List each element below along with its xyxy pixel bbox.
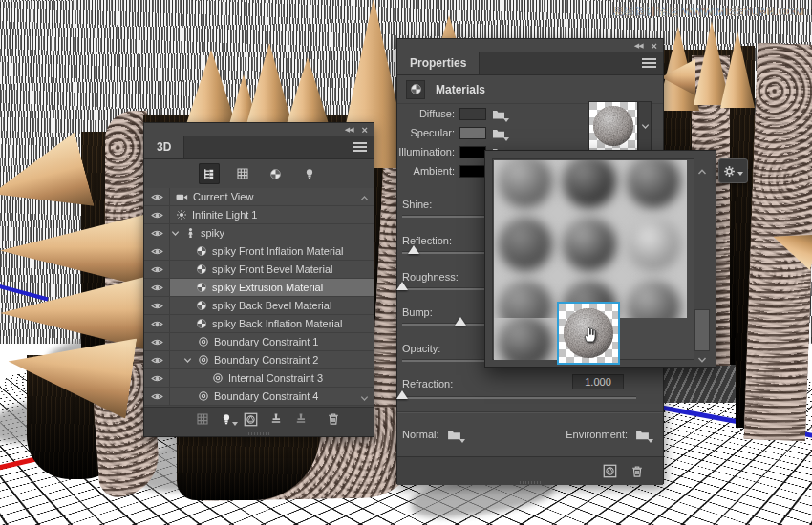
bump-label: Bump: bbox=[402, 306, 433, 318]
roughness-label: Roughness: bbox=[402, 271, 459, 283]
filter-meshes-button[interactable] bbox=[232, 163, 253, 184]
selected-material-thumbnail[interactable] bbox=[557, 302, 620, 365]
list-item-spiky-mesh[interactable]: spiky bbox=[144, 224, 374, 242]
material-thumbnail[interactable] bbox=[627, 281, 680, 318]
material-thumbnail[interactable] bbox=[499, 160, 552, 208]
material-thumbnail[interactable] bbox=[627, 218, 680, 271]
ambient-color-swatch[interactable] bbox=[459, 165, 486, 178]
specular-texture-folder-button[interactable] bbox=[492, 126, 505, 138]
delete-button[interactable] bbox=[630, 465, 644, 478]
list-item-constraint[interactable]: Boundary Constraint 2 bbox=[144, 351, 374, 369]
list-item-constraint[interactable]: Boundary Constraint 1 bbox=[144, 333, 374, 351]
diffuse-texture-folder-button[interactable] bbox=[492, 107, 505, 119]
visibility-eye-icon[interactable] bbox=[144, 206, 170, 223]
tab-properties[interactable]: Properties bbox=[397, 52, 480, 74]
visibility-eye-icon[interactable] bbox=[144, 279, 170, 296]
list-item-material[interactable]: spiky Front Inflation Material bbox=[144, 242, 374, 261]
material-preview-thumbnail[interactable] bbox=[588, 101, 638, 151]
visibility-eye-icon[interactable] bbox=[144, 315, 170, 332]
material-thumbnail[interactable] bbox=[499, 281, 552, 318]
list-item-constraint[interactable]: Internal Constraint 3 bbox=[144, 369, 374, 388]
scroll-up-icon[interactable] bbox=[359, 191, 370, 203]
visibility-eye-icon[interactable] bbox=[144, 224, 170, 242]
panel-resize-grip[interactable] bbox=[144, 430, 374, 436]
popup-scrollbar[interactable] bbox=[694, 158, 712, 360]
panel-menu-icon[interactable] bbox=[642, 56, 656, 70]
material-thumbnail[interactable] bbox=[499, 218, 552, 271]
close-panel-icon[interactable]: × bbox=[652, 41, 657, 51]
filter-scene-tree-button[interactable] bbox=[199, 163, 220, 184]
material-thumbnail[interactable] bbox=[563, 160, 616, 208]
scrollbar-thumb[interactable] bbox=[694, 309, 710, 351]
3d-filter-toolbar bbox=[144, 159, 374, 188]
add-environment-button[interactable] bbox=[244, 412, 258, 427]
slider-handle[interactable] bbox=[408, 245, 419, 254]
expand-chevron-icon[interactable] bbox=[182, 355, 193, 366]
list-item-constraint[interactable]: Boundary Constraint 4 bbox=[144, 388, 374, 406]
specular-color-swatch[interactable] bbox=[459, 127, 486, 139]
list-item-material[interactable]: spiky Back Inflation Material bbox=[144, 315, 374, 333]
refraction-slider[interactable] bbox=[402, 396, 636, 399]
tab-3d[interactable]: 3D bbox=[144, 136, 184, 158]
constraint-stamp-button[interactable] bbox=[269, 412, 283, 426]
environment-map-folder-button[interactable] bbox=[635, 428, 650, 441]
visibility-eye-icon[interactable] bbox=[144, 351, 170, 368]
material-picker-dropdown-button[interactable] bbox=[638, 101, 652, 151]
material-preview-sphere bbox=[592, 105, 634, 147]
properties-tabbar: Properties bbox=[397, 52, 663, 75]
list-item-material-selected[interactable]: spiky Extrusion Material bbox=[144, 279, 374, 297]
shine-label: Shine: bbox=[402, 199, 432, 210]
mesh-grid-icon[interactable] bbox=[196, 412, 209, 426]
list-item-material[interactable]: spiky Front Bevel Material bbox=[144, 261, 374, 279]
popup-settings-button[interactable] bbox=[718, 158, 748, 183]
list-item-label: Boundary Constraint 1 bbox=[214, 336, 318, 347]
list-item-material[interactable]: spiky Back Bevel Material bbox=[144, 297, 374, 315]
visibility-eye-icon[interactable] bbox=[144, 261, 170, 278]
scroll-up-icon[interactable] bbox=[696, 166, 708, 178]
diffuse-color-swatch[interactable] bbox=[459, 108, 486, 120]
normal-label: Normal: bbox=[402, 429, 439, 440]
visibility-eye-icon[interactable] bbox=[144, 388, 170, 405]
slider-handle[interactable] bbox=[455, 317, 466, 326]
visibility-eye-icon[interactable] bbox=[144, 188, 170, 205]
material-thumbnail[interactable] bbox=[563, 218, 616, 271]
visibility-eye-icon[interactable] bbox=[144, 297, 170, 314]
material-picker-popup bbox=[484, 150, 716, 368]
materials-section-header: Materials bbox=[397, 75, 663, 104]
delete-constraint-button[interactable] bbox=[294, 412, 308, 426]
slider-handle[interactable] bbox=[396, 390, 408, 399]
dropdown-arrow-icon bbox=[232, 422, 238, 426]
section-title: Materials bbox=[436, 83, 485, 96]
scroll-down-icon[interactable] bbox=[359, 391, 370, 404]
material-thumbnail-grid[interactable] bbox=[494, 160, 687, 318]
add-light-button[interactable] bbox=[221, 412, 232, 426]
camera-icon bbox=[176, 191, 188, 203]
material-thumbnail[interactable] bbox=[627, 160, 680, 208]
illumination-color-swatch[interactable] bbox=[459, 146, 486, 158]
visibility-eye-icon[interactable] bbox=[144, 369, 170, 387]
normal-map-folder-button[interactable] bbox=[447, 428, 461, 441]
dropdown-arrow-icon bbox=[459, 439, 465, 443]
slider-handle[interactable] bbox=[396, 282, 408, 290]
hand-cursor bbox=[581, 324, 599, 344]
list-item-infinite-light[interactable]: Infinite Light 1 bbox=[144, 206, 374, 224]
constraint-icon bbox=[198, 354, 209, 366]
panel-menu-icon[interactable] bbox=[353, 140, 367, 154]
list-item-current-view[interactable]: Current View bbox=[144, 188, 374, 206]
collapse-panel-icon[interactable]: ◀◀ bbox=[345, 126, 353, 134]
material-thumbnail-cell[interactable] bbox=[494, 318, 557, 360]
close-panel-icon[interactable]: × bbox=[362, 125, 368, 135]
material-thumbnail[interactable] bbox=[499, 318, 552, 360]
visibility-eye-icon[interactable] bbox=[144, 242, 170, 260]
filter-materials-button[interactable] bbox=[266, 163, 287, 184]
scroll-down-icon[interactable] bbox=[696, 354, 708, 366]
3d-panel: ◀◀ × 3D Current View Infinite Light 1 sp… bbox=[143, 122, 374, 437]
expand-chevron-icon[interactable] bbox=[170, 228, 181, 239]
visibility-eye-icon[interactable] bbox=[144, 333, 170, 350]
refraction-value-input[interactable]: 1.000 bbox=[572, 374, 624, 389]
collapse-panel-icon[interactable]: ◀◀ bbox=[634, 42, 643, 50]
filter-lights-button[interactable] bbox=[299, 163, 320, 184]
environment-button[interactable] bbox=[603, 464, 617, 478]
delete-button[interactable] bbox=[327, 412, 340, 426]
panel-resize-grip[interactable] bbox=[520, 481, 541, 484]
